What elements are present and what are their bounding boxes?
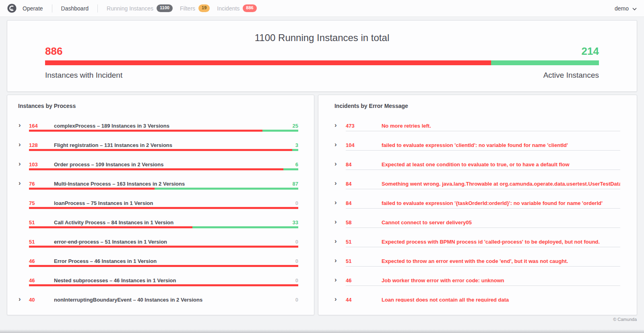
error-message-row[interactable]: › 84 failed to evaluate expression '{tas… [318,193,637,213]
error-message[interactable]: Expected to throw an error event with th… [382,258,620,264]
process-incident-count[interactable]: 128 [29,142,54,148]
expand-chevron-icon[interactable]: › [334,218,346,225]
expand-chevron-icon[interactable]: › [334,141,346,148]
error-incident-count[interactable]: 51 [346,258,382,264]
process-row[interactable]: › 40 nonInterruptingBoundaryEvent – 40 I… [7,290,314,304]
error-incident-count[interactable]: 84 [346,181,382,187]
expand-chevron-icon[interactable]: › [334,160,346,167]
expand-chevron-icon[interactable]: › [19,160,29,167]
process-incident-count[interactable]: 76 [29,181,54,187]
expand-chevron-icon[interactable]: › [334,180,346,186]
error-message[interactable]: Expected at least one condition to evalu… [382,161,620,168]
error-message[interactable]: failed to evaluate expression 'clientId'… [382,142,620,148]
error-message-row[interactable]: › 84 Something went wrong. java.lang.Thr… [318,174,637,193]
error-message-row[interactable]: › 44 Loan request does not contain all t… [318,290,637,302]
process-active-count[interactable]: 33 [293,219,298,225]
expand-chevron-icon[interactable]: › [334,276,346,283]
expand-chevron-icon[interactable]: › [19,180,29,186]
process-ratio-bar [29,226,298,228]
incident-instances-label[interactable]: Instances with Incident [45,71,122,80]
error-incident-count[interactable]: 104 [346,142,382,148]
process-label[interactable]: error-end-process – 51 Instances in 1 Ve… [54,239,295,245]
active-instances-label[interactable]: Active Instances [543,71,599,80]
process-row[interactable]: › 51 error-end-process – 51 Instances in… [7,232,314,251]
row-divider [346,189,620,189]
error-message-row[interactable]: › 84 Expected at least one condition to … [318,155,637,174]
active-instances-count[interactable]: 214 [582,45,599,57]
process-active-count[interactable]: 0 [295,277,298,283]
error-incident-count[interactable]: 84 [346,200,382,206]
process-label[interactable]: nonInterruptingBoundaryEvent – 40 Instan… [54,297,295,303]
expand-chevron-icon[interactable]: › [334,257,346,264]
error-message-row[interactable]: › 104 failed to evaluate expression 'cli… [318,135,637,155]
process-row[interactable]: › 46 Error Process – 46 Instances in 1 V… [7,251,314,271]
process-label[interactable]: complexProcess – 189 Instances in 3 Vers… [54,123,293,129]
process-row[interactable]: › 164 complexProcess – 189 Instances in … [7,116,314,135]
expand-chevron-icon[interactable]: › [19,122,29,128]
process-active-count[interactable]: 25 [293,123,298,129]
process-label[interactable]: Error Process – 46 Instances in 1 Versio… [54,258,295,264]
user-menu[interactable]: demo [615,5,637,12]
process-incident-count[interactable]: 46 [29,258,54,264]
error-message-row[interactable]: › 473 No more retries left. [318,116,637,135]
process-incident-count[interactable]: 51 [29,239,54,245]
process-incident-count[interactable]: 103 [29,161,54,168]
nav-dashboard[interactable]: Dashboard [61,5,89,12]
nav-running-instances[interactable]: Running Instances 1100 [107,4,173,12]
process-active-count[interactable]: 0 [295,200,298,206]
process-row[interactable]: › 76 Multi-Instance Process – 163 Instan… [7,174,314,193]
instances-by-process-list: › 164 complexProcess – 189 Instances in … [7,116,314,304]
process-incident-count[interactable]: 75 [29,200,54,206]
process-row[interactable]: › 128 Flight registration – 131 Instance… [7,135,314,155]
expand-chevron-icon[interactable]: › [334,238,346,244]
process-label[interactable]: loanProcess – 75 Instances in 1 Version [54,200,295,206]
nav-filters[interactable]: Filters 19 [180,4,210,12]
process-label[interactable]: Nested subprocesses – 46 Instances in 1 … [54,277,295,283]
error-message-row[interactable]: › 51 Expected process with BPMN process … [318,232,637,251]
error-message-row[interactable]: › 46 Job worker throw error with error c… [318,271,637,290]
error-incident-count[interactable]: 51 [346,239,382,245]
process-incident-count[interactable]: 40 [29,297,54,303]
error-message[interactable]: Loan request does not contain all the re… [382,297,620,302]
error-message[interactable]: failed to evaluate expression '{taskOrde… [382,200,620,206]
process-incident-count[interactable]: 46 [29,277,54,283]
error-incident-count[interactable]: 58 [346,219,382,225]
process-label[interactable]: Order process – 109 Instances in 2 Versi… [54,161,295,168]
process-row[interactable]: › 103 Order process – 109 Instances in 2… [7,155,314,174]
process-active-count[interactable]: 87 [293,181,298,187]
process-row[interactable]: › 51 Call Activity Process – 84 Instance… [7,213,314,232]
error-incident-count[interactable]: 473 [346,123,382,129]
error-incident-count[interactable]: 84 [346,161,382,168]
page-title: 1100 Running Instances in total [45,32,599,43]
expand-chevron-icon[interactable]: › [334,296,346,302]
process-active-count[interactable]: 0 [295,258,298,264]
incident-instances-count[interactable]: 886 [45,45,62,57]
process-label[interactable]: Multi-Instance Process – 163 Instances i… [54,181,293,187]
expand-chevron-icon[interactable]: › [19,296,29,302]
error-message[interactable]: Cannot connect to server delivery05 [382,219,620,225]
expand-chevron-icon[interactable]: › [334,122,346,128]
process-label[interactable]: Flight registration – 131 Instances in 2… [54,142,295,148]
error-message-row[interactable]: › 58 Cannot connect to server delivery05 [318,213,637,232]
expand-chevron-icon[interactable]: › [19,141,29,148]
process-row[interactable]: › 46 Nested subprocesses – 46 Instances … [7,271,314,290]
process-active-count[interactable]: 3 [295,142,298,148]
error-message[interactable]: Something went wrong. java.lang.Throwabl… [382,181,620,187]
process-incident-count[interactable]: 164 [29,123,54,129]
process-incident-count[interactable]: 51 [29,219,54,225]
error-message[interactable]: Expected process with BPMN process id 'c… [382,239,620,245]
error-incident-count[interactable]: 46 [346,277,382,283]
nav-incidents[interactable]: Incidents 886 [217,4,256,12]
process-bar-incidents-segment [29,207,298,209]
process-active-count[interactable]: 0 [295,297,298,303]
process-row[interactable]: › 75 loanProcess – 75 Instances in 1 Ver… [7,193,314,213]
process-active-count[interactable]: 0 [295,239,298,245]
expand-chevron-icon[interactable]: › [334,199,346,206]
error-message[interactable]: No more retries left. [382,123,620,129]
nav-incidents-label: Incidents [217,5,239,12]
process-active-count[interactable]: 6 [295,161,298,168]
error-message-row[interactable]: › 51 Expected to throw an error event wi… [318,251,637,271]
process-label[interactable]: Call Activity Process – 84 Instances in … [54,219,293,225]
error-incident-count[interactable]: 44 [346,297,382,302]
error-message[interactable]: Job worker throw error with error code: … [382,277,620,283]
